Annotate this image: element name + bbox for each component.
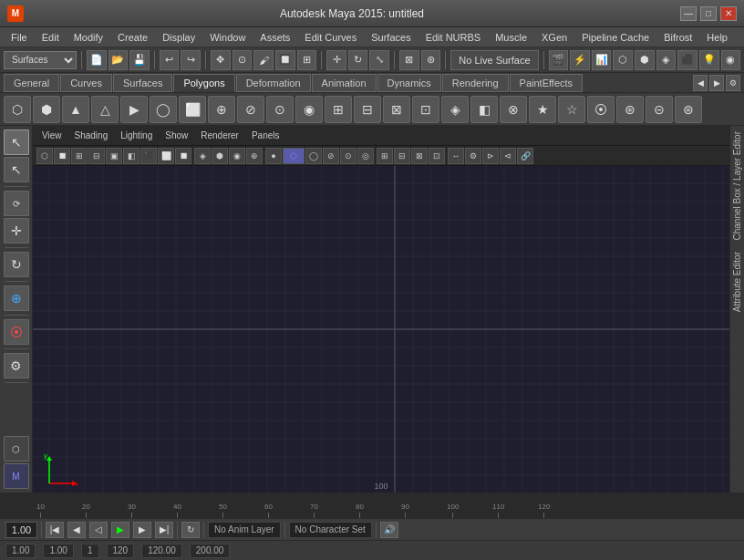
shelf-icon-6[interactable]: ⬜ [179,96,206,123]
current-frame-field[interactable] [5,522,37,538]
shelf-icon-15[interactable]: ◈ [441,96,469,123]
vp-menu-lighting[interactable]: Lighting [115,129,158,142]
toolbar-redo[interactable]: ↪ [181,50,201,70]
shelf-icon-5[interactable]: ◯ [150,96,177,123]
timeline-ruler[interactable]: 102030405060708090100110120 [0,493,744,518]
toolbar-scale[interactable]: ⤡ [369,50,389,70]
shelf-icon-12[interactable]: ⊟ [354,96,381,123]
vp-menu-panels[interactable]: Panels [246,129,285,142]
toolbar-select[interactable]: ✥ [211,50,231,70]
channel-box-label[interactable]: Channel Box / Layer Editor [730,126,744,246]
vp-icon14[interactable]: ● [265,148,282,164]
menu-item-edit[interactable]: Edit [35,30,67,45]
shelf-icon-10[interactable]: ◉ [295,96,323,123]
vp-icon21[interactable]: ⊟ [394,148,410,164]
shelf-icon-0[interactable]: ⬡ [4,96,31,123]
vp-icon11[interactable]: ⬢ [212,148,228,164]
toolbar-ipr[interactable]: ⚡ [570,50,590,70]
vp-icon9[interactable]: 🔲 [175,148,191,164]
vp-icon15[interactable]: ⬡ [283,148,305,164]
toolbar-render[interactable]: 🎬 [549,50,569,70]
menu-item-assets[interactable]: Assets [253,30,297,45]
shelf-tab-painteffects[interactable]: PaintEffects [510,74,584,92]
maximize-button[interactable]: □ [700,6,717,21]
step-back-btn[interactable]: ◀ [67,522,86,538]
toolbar-lasso[interactable]: ⊙ [232,50,253,70]
attribute-editor-label[interactable]: Attribute Editor [730,246,744,317]
toolbar-tex[interactable]: ⬛ [677,50,698,70]
vp-icon28[interactable]: 🔗 [517,148,533,164]
rotate-tool[interactable]: ↻ [4,252,29,277]
shelf-tab-polygons[interactable]: Polygons [173,74,234,92]
shelf-icon-8[interactable]: ⊘ [237,96,264,123]
shelf-icon-7[interactable]: ⊕ [208,96,235,123]
shelf-icon-1[interactable]: ⬢ [33,96,60,123]
shelf-prev[interactable]: ◀ [693,75,708,91]
toolbar-save[interactable]: 💾 [129,50,150,70]
toolbar-undo[interactable]: ↩ [160,50,180,70]
vp-icon23[interactable]: ⊡ [429,148,445,164]
universal-manip[interactable]: ⦿ [4,319,29,345]
context-dropdown[interactable]: Surfaces [4,51,77,69]
menu-item-xgen[interactable]: XGen [534,30,574,45]
live-surface-button[interactable]: No Live Surface [450,50,538,70]
vp-icon4[interactable]: ⊟ [88,148,105,164]
vp-icon1[interactable]: ⬡ [36,148,53,164]
toolbar-shadow[interactable]: ◉ [721,50,741,70]
shelf-icon-21[interactable]: ⊛ [616,96,644,123]
viewport-inner[interactable]: x y 100 [33,166,729,493]
toolbar-light[interactable]: 💡 [699,50,719,70]
vp-icon17[interactable]: ⊘ [323,148,339,164]
shelf-tab-deformation[interactable]: Deformation [236,74,311,92]
toolbar-paint[interactable]: 🖌 [253,50,274,70]
menu-item-edit-curves[interactable]: Edit Curves [297,30,364,45]
shelf-icon-17[interactable]: ⊗ [500,96,527,123]
toolbar-wire[interactable]: ⬢ [635,50,655,70]
vp-menu-renderer[interactable]: Renderer [195,129,244,142]
shelf-icon-13[interactable]: ⊠ [383,96,410,123]
vp-icon18[interactable]: ⊙ [340,148,356,164]
lasso-tool[interactable]: ⟳ [4,191,29,216]
step-fwd-btn[interactable]: ▶ [133,522,151,538]
shelf-icon-20[interactable]: ⦿ [587,96,615,123]
shelf-icon-9[interactable]: ⊙ [266,96,294,123]
menu-item-create[interactable]: Create [110,30,155,45]
menu-item-help[interactable]: Help [699,30,735,45]
select-tool[interactable]: ↖ [4,130,29,155]
minimize-button[interactable]: — [680,6,697,21]
shelf-tab-dynamics[interactable]: Dynamics [377,74,441,92]
paint-select-tool[interactable]: ↖ [4,157,29,182]
shelf-next[interactable]: ▶ [709,75,724,91]
vp-icon2[interactable]: 🔲 [54,148,70,164]
vp-icon3[interactable]: ⊞ [71,148,88,164]
shelf-tab-surfaces[interactable]: Surfaces [113,74,172,92]
vp-icon24[interactable]: ↔ [448,148,464,164]
shelf-tab-animation[interactable]: Animation [312,74,377,92]
vp-icon26[interactable]: ⊳ [482,148,499,164]
shelf-icon-23[interactable]: ⊛ [675,96,702,123]
menu-item-bifrost[interactable]: Bifrost [656,30,699,45]
vp-icon10[interactable]: ◈ [194,148,211,164]
menu-item-surfaces[interactable]: Surfaces [364,30,418,45]
shelf-icon-22[interactable]: ⊝ [646,96,673,123]
toolbar-new[interactable]: 📄 [87,50,107,70]
vp-icon6[interactable]: ◧ [123,148,140,164]
toolbar-xform[interactable]: ⊠ [399,50,419,70]
vp-icon25[interactable]: ⚙ [465,148,481,164]
toolbar-pivot[interactable]: ⊛ [421,50,441,70]
menu-item-display[interactable]: Display [155,30,202,45]
menu-item-modify[interactable]: Modify [67,30,110,45]
toolbar-open[interactable]: 📂 [108,50,129,70]
scale-tool[interactable]: ⊕ [4,285,29,311]
toolbar-rotate[interactable]: ↻ [348,50,368,70]
toolbar-hud[interactable]: 📊 [592,50,612,70]
shelf-icon-19[interactable]: ☆ [558,96,585,123]
soft-mod[interactable]: ⚙ [4,353,29,379]
shelf-tab-curves[interactable]: Curves [60,74,112,92]
shelf-icon-3[interactable]: △ [91,96,119,123]
vp-menu-view[interactable]: View [36,129,67,142]
menu-item-muscle[interactable]: Muscle [488,30,534,45]
vp-icon16[interactable]: ◯ [305,148,322,164]
menu-item-pipeline-cache[interactable]: Pipeline Cache [574,30,656,45]
move-tool[interactable]: ✛ [4,218,29,244]
